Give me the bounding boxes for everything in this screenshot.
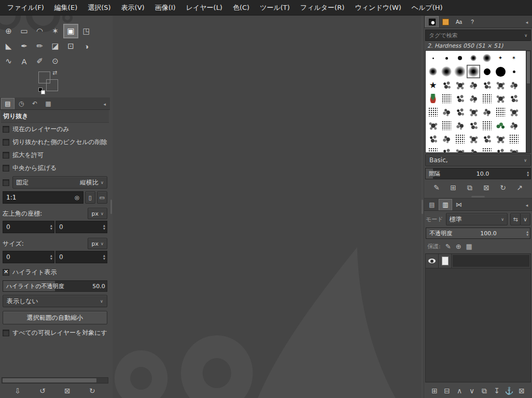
brush-spacing-slider[interactable]: 間隔 10.0 [425,168,531,179]
switch-mode-group-icon[interactable]: ⇆ [510,213,521,225]
tool-paths-button[interactable]: ∿ [1,54,16,68]
clear-ratio-icon[interactable] [74,194,80,202]
spinner-arrows-icon[interactable] [50,254,52,260]
fixed-aspect-dropdown[interactable]: 固定 縦横比 [12,176,107,189]
lock-pixels-icon[interactable]: ✎ [445,243,451,250]
delete-brush-icon[interactable]: ⊠ [480,181,493,194]
brush-thumbnail[interactable] [481,65,493,78]
merge-down-icon[interactable]: ↧ [491,385,503,397]
tab-document-history[interactable]: ? [466,16,479,27]
tab-paths[interactable]: ⋈ [452,199,466,210]
brush-thumbnail[interactable] [508,106,520,118]
tool-transform-button[interactable]: ◳ [79,24,94,38]
menu-item[interactable]: ツール(T) [255,0,295,15]
brush-thumbnail[interactable] [467,106,480,118]
brush-thumbnail[interactable] [494,146,507,152]
highlight-checkbox[interactable] [3,269,9,276]
menu-item[interactable]: ファイル(F) [2,0,49,15]
brush-thumbnail[interactable] [467,79,480,91]
brush-thumbnail[interactable] [508,119,520,132]
menu-item[interactable]: ウィンドウ(W) [349,0,407,15]
brush-thumbnail[interactable] [494,65,507,78]
landscape-orientation-button[interactable]: ▭ [97,191,107,204]
tab-patterns[interactable] [439,16,452,27]
brush-thumbnail[interactable] [427,119,439,132]
option-allow-growing[interactable]: 拡大を許可 [1,149,109,162]
option-current-layer-only[interactable]: 現在のレイヤーのみ [1,123,109,136]
brush-thumbnail[interactable] [440,92,453,105]
tab-fonts[interactable]: Aa [452,16,466,27]
checkbox[interactable] [3,126,9,133]
brush-thumbnail[interactable] [440,52,453,64]
brush-thumbnail[interactable] [494,133,507,145]
lower-layer-icon[interactable]: ∨ [466,385,478,397]
tab-tool-options[interactable]: ▤ [1,98,15,109]
brush-thumbnail[interactable] [481,52,493,64]
tab-device-status[interactable]: ◷ [15,98,28,109]
tool-options-hscrollbar[interactable] [2,377,108,383]
position-y-spinner[interactable]: 0 [55,221,107,233]
brush-thumbnail[interactable] [481,106,493,118]
tool-zoom-button[interactable]: ⊙ [48,54,63,68]
brush-thumbnail[interactable] [467,119,480,132]
brush-thumbnail[interactable] [454,52,466,64]
delete-tool-preset-icon[interactable]: ⊠ [61,385,74,397]
brush-grid-vscrollbar[interactable] [526,51,530,152]
brush-thumbnail[interactable] [454,106,466,118]
fixed-checkbox[interactable] [3,179,9,186]
brush-thumbnail[interactable]: ✦ [494,52,507,64]
brush-thumbnail[interactable] [454,146,466,152]
brush-thumbnail[interactable] [454,133,466,145]
spinner-arrows-icon[interactable] [526,231,530,236]
brush-thumbnail[interactable] [454,79,466,91]
brush-thumbnail[interactable] [494,92,507,105]
tool-text-button[interactable]: A [17,54,32,68]
tool-rectangle-select-button[interactable]: ▭ [17,24,32,38]
menu-item[interactable]: 色(C) [228,0,255,15]
position-unit-dropdown[interactable]: px [88,208,107,219]
layer-mode-dropdown[interactable]: 標準 [446,213,508,225]
checkbox[interactable] [3,152,9,159]
highlight-opacity-slider[interactable]: ハイライトの不透明度 50.0 [3,280,107,292]
layer-thumbnail-cell[interactable] [439,254,452,268]
brush-thumbnail[interactable] [454,92,466,105]
checkbox[interactable] [3,139,9,146]
swap-colors-icon[interactable]: ⇄ [52,69,57,76]
tool-fuzzy-select-button[interactable]: ✶ [48,24,63,38]
brush-thumbnail[interactable]: ★ [427,79,439,91]
anchor-layer-icon[interactable]: ⚓ [503,385,515,397]
size-height-spinner[interactable]: 0 [55,251,107,263]
menu-item[interactable]: ヘルプ(H) [407,0,448,15]
menu-item[interactable]: フィルター(R) [295,0,349,15]
brush-thumbnail[interactable] [508,79,520,91]
duplicate-layer-icon[interactable]: ⧉ [478,385,491,397]
lock-position-icon[interactable]: ⊕ [456,243,461,250]
brush-thumbnail[interactable] [427,52,439,64]
spinner-arrows-icon[interactable] [527,171,530,177]
menu-item[interactable]: 表示(V) [116,0,150,15]
brush-thumbnail[interactable] [481,92,493,105]
dock-menu-icon[interactable] [523,200,531,210]
tool-clone-button[interactable]: ⊡ [63,39,78,53]
brush-thumbnail[interactable] [427,65,439,78]
brush-thumbnail[interactable] [427,106,439,118]
brush-thumbnail[interactable] [494,119,507,132]
auto-shrink-button[interactable]: 選択範囲の自動縮小 [3,311,107,324]
tool-crop-button[interactable]: ▣ [63,24,78,38]
dock-menu-icon[interactable] [523,17,531,27]
brush-thumbnail[interactable] [508,65,520,78]
tool-ink-button[interactable]: ✒ [17,39,32,53]
brush-thumbnail[interactable] [440,146,453,152]
brush-tag-search-input[interactable]: タグで検索 [425,30,531,41]
brush-tag-filter-dropdown[interactable]: Basic, [425,154,531,166]
brush-thumbnail[interactable] [467,146,480,152]
checkbox[interactable] [3,165,9,172]
delete-layer-icon[interactable]: ⊠ [515,385,528,397]
spinner-arrows-icon[interactable] [103,254,105,260]
tool-move-button[interactable]: ⊕ [1,24,16,38]
shrink-merged-row[interactable]: すべての可視レイヤーを対象にす [1,326,109,339]
brush-thumbnail[interactable] [440,119,453,132]
portrait-orientation-button[interactable]: ▯ [85,191,95,204]
tool-bucket-fill-button[interactable]: ◣ [1,39,16,53]
shrink-merged-checkbox[interactable] [3,330,9,336]
